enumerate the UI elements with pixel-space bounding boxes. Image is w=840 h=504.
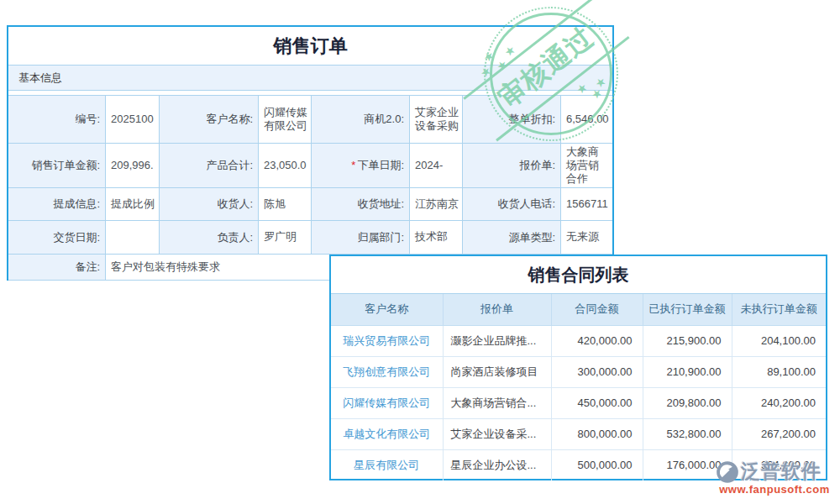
quote-cell: 尚家酒店装修项目 [443,356,551,387]
contract-table: 客户名称 报价单 合同金额 已执行订单金额 未执行订单金额 瑞兴贸易有限公司 灏… [331,294,826,480]
customer-link[interactable]: 闪耀传媒有限公司 [331,387,443,418]
field-value-owner: 罗广明 [259,221,312,255]
field-label-order-date-text: 下单日期: [357,159,404,172]
field-label-owner: 负责人: [160,221,259,255]
contract-list-title: 销售合同列表 [331,256,826,294]
field-label-order-no: 编号: [8,96,106,144]
sales-contract-panel: 销售合同列表 客户名称 报价单 合同金额 已执行订单金额 未执行订单金额 瑞兴贸… [329,255,827,480]
table-header-row: 客户名称 报价单 合同金额 已执行订单金额 未执行订单金额 [331,294,826,325]
field-value-order-date: 2024- [410,144,463,188]
quote-cell: 灏影企业品牌推... [443,325,551,356]
customer-link[interactable]: 飞翔创意有限公司 [331,356,443,387]
field-label-commission-info: 提成信息: [8,188,106,221]
field-value-opportunity: 艾家企业设备采购 [410,96,463,144]
field-value-department: 技术部 [410,221,463,255]
column-header-customer: 客户名称 [331,294,443,325]
field-value-customer-name: 闪耀传媒有限公司 [259,96,312,144]
field-value-order-no: 2025100 [106,96,160,144]
field-value-delivery-address: 江苏南京 [410,188,463,221]
fanpu-logo-icon [716,460,739,484]
field-label-consignee: 收货人: [160,188,259,221]
field-value-order-discount: 6,546.00 [561,96,612,144]
executed-amount-cell: 210,900.00 [643,356,732,387]
field-label-quotation: 报价单: [463,144,561,188]
column-header-contract-amount: 合同金额 [551,294,643,325]
field-value-consignee-phone: 1566711 [561,188,612,221]
fanpu-logo-url: www.fanpusoft.com [716,483,833,496]
required-asterisk: * [351,159,355,172]
field-label-order-discount: 整单折扣: [463,96,561,144]
field-label-source-type: 源单类型: [463,221,561,255]
unexecuted-amount-cell: 267,200.00 [732,418,826,449]
customer-link[interactable]: 星辰有限公司 [331,449,443,480]
column-header-quote: 报价单 [443,294,551,325]
field-label-order-amount: 销售订单金额: [8,144,106,188]
contract-amount-cell: 450,000.00 [551,387,643,418]
contract-amount-cell: 300,000.00 [551,356,643,387]
field-value-order-amount: 209,996. [106,144,160,188]
basic-info-section-header: 基本信息 [8,66,612,91]
field-value-source-type: 无来源 [561,221,612,255]
field-value-consignee: 陈旭 [259,188,312,221]
field-label-order-date: * 下单日期: [312,144,410,188]
fanpu-logo-text: 泛普软件 [741,459,822,485]
field-label-delivery-date: 交货日期: [8,221,106,255]
quote-cell: 艾家企业设备采... [443,418,551,449]
field-value-delivery-date [106,221,160,255]
field-label-customer-name: 客户名称: [160,96,259,144]
table-row: 瑞兴贸易有限公司 灏影企业品牌推... 420,000.00 215,900.0… [331,325,826,356]
field-label-delivery-address: 收货地址: [312,188,410,221]
table-row: 卓越文化有限公司 艾家企业设备采... 800,000.00 532,800.0… [331,418,826,449]
unexecuted-amount-cell: 89,100.00 [732,356,826,387]
table-row: 飞翔创意有限公司 尚家酒店装修项目 300,000.00 210,900.00 … [331,356,826,387]
field-value-commission-info: 提成比例 [106,188,160,221]
unexecuted-amount-cell: 204,100.00 [732,325,826,356]
field-label-department: 归属部门: [312,221,410,255]
fanpu-logo: 泛普软件 www.fanpusoft.com [716,459,833,496]
quote-cell: 星辰企业办公设... [443,449,551,480]
customer-link[interactable]: 瑞兴贸易有限公司 [331,325,443,356]
quote-cell: 大象商场营销合... [443,387,551,418]
contract-amount-cell: 420,000.00 [551,325,643,356]
executed-amount-cell: 209,800.00 [643,387,732,418]
sales-order-panel: 销售订单 基本信息 编号: 2025100 客户名称: 闪耀传媒有限公司 商机2… [7,25,614,281]
executed-amount-cell: 532,800.00 [643,418,732,449]
unexecuted-amount-cell: 240,200.00 [732,387,826,418]
contract-amount-cell: 800,000.00 [551,418,643,449]
column-header-executed-amount: 已执行订单金额 [643,294,732,325]
table-row: 闪耀传媒有限公司 大象商场营销合... 450,000.00 209,800.0… [331,387,826,418]
field-label-product-total: 产品合计: [160,144,259,188]
sales-order-form-grid: 编号: 2025100 客户名称: 闪耀传媒有限公司 商机2.0: 艾家企业设备… [8,95,612,281]
field-label-remark: 备注: [8,255,106,281]
sales-order-title: 销售订单 [8,27,612,66]
field-label-opportunity: 商机2.0: [312,96,410,144]
executed-amount-cell: 215,900.00 [643,325,732,356]
customer-link[interactable]: 卓越文化有限公司 [331,418,443,449]
contract-amount-cell: 500,000.00 [551,449,643,480]
field-label-consignee-phone: 收货人电话: [463,188,561,221]
field-value-quotation: 大象商场营销合作 [561,144,612,188]
field-value-product-total: 23,050.0 [259,144,312,188]
column-header-unexecuted-amount: 未执行订单金额 [732,294,826,325]
